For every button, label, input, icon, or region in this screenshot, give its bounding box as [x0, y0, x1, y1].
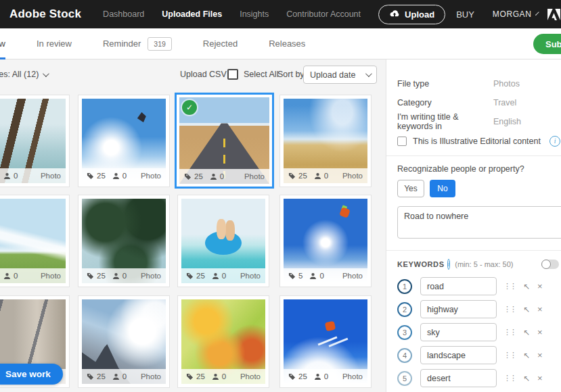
editorial-checkbox[interactable] [397, 137, 407, 146]
move-to-top-icon[interactable]: ↖ [523, 282, 530, 291]
keyword-number-badge: 3 [397, 325, 412, 340]
people-count: 0 [122, 372, 127, 381]
thumbnail-card[interactable]: 25 0 Photo [279, 95, 372, 187]
grid-toolbar: File types: All (12) Upload CSV Select A… [0, 59, 386, 89]
select-all-checkbox[interactable] [227, 69, 238, 80]
thumbnail-meta: 5 0 Photo [284, 268, 367, 283]
nav-dashboard[interactable]: Dashboard [103, 9, 144, 19]
people-count: 0 [14, 172, 18, 180]
keyword-input[interactable] [420, 369, 497, 387]
selected-check-icon: ✓ [182, 100, 197, 115]
yes-no-group: Yes No [397, 180, 561, 197]
thumbnail-card[interactable]: 25 0 Photo [78, 95, 170, 187]
field-value: Travel [493, 98, 516, 107]
field-label: File type [397, 79, 493, 89]
people-count: 0 [222, 272, 226, 280]
thumbnail-card[interactable]: 25 0 Photo [279, 295, 372, 388]
thumbnail-card[interactable]: 0 Photo [0, 195, 70, 287]
buy-link[interactable]: BUY [456, 9, 474, 20]
select-all-control[interactable]: Select All [227, 69, 278, 80]
people-icon [3, 272, 11, 280]
keyword-input[interactable] [420, 277, 497, 295]
tab-rejected[interactable]: Rejected [203, 28, 238, 59]
keyword-row: 5 ⋮⋮ ↖ × [397, 369, 561, 387]
remove-keyword-icon[interactable]: × [537, 373, 543, 383]
asset-type-label: Photo [141, 272, 161, 280]
info-icon[interactable]: i [447, 259, 451, 270]
thumbnail-card[interactable]: 5 0 Photo [279, 195, 372, 287]
toggle-switch[interactable] [541, 260, 559, 269]
nav-contributor-account[interactable]: Contributor Account [286, 9, 361, 19]
chevron-down-icon [365, 70, 372, 77]
people-icon [309, 272, 317, 280]
nav-insights[interactable]: Insights [240, 9, 269, 19]
tag-icon [87, 272, 94, 280]
people-count: 0 [324, 372, 328, 381]
section-divider [386, 250, 561, 251]
chevron-down-icon[interactable] [536, 11, 540, 16]
tab-releases[interactable]: Releases [269, 28, 305, 59]
remove-keyword-icon[interactable]: × [537, 350, 543, 360]
tab-in-review[interactable]: In review [37, 28, 72, 59]
tab-reminder[interactable]: Reminder 319 [103, 28, 172, 59]
people-icon [112, 373, 120, 381]
tag-icon [186, 272, 194, 280]
move-to-top-icon[interactable]: ↖ [523, 351, 530, 360]
upload-csv-link[interactable]: Upload CSV [180, 70, 227, 79]
people-count: 0 [220, 172, 224, 180]
thumbnail-card[interactable]: 25 0 Photo [78, 195, 170, 287]
tab-to-review[interactable]: To review [0, 28, 5, 59]
reminder-count-badge: 319 [148, 37, 172, 51]
thumbnail-card-selected[interactable]: ✓ 25 0 Photo [175, 93, 274, 189]
keyword-row: 2 ⋮⋮ ↖ × [397, 300, 561, 318]
no-button[interactable]: No [430, 180, 455, 197]
tag-icon [184, 173, 192, 180]
drag-handle-icon[interactable]: ⋮⋮ [503, 351, 516, 360]
drag-handle-icon[interactable]: ⋮⋮ [503, 374, 516, 383]
asset-type-label: Photo [342, 372, 363, 381]
info-icon[interactable]: i [549, 136, 560, 147]
keyword-number-badge: 4 [397, 348, 412, 363]
keyword-number-badge: 1 [397, 279, 412, 294]
thumbnail-card[interactable]: 25 0 Photo [78, 295, 170, 388]
people-icon [212, 373, 219, 381]
keyword-row: 3 ⋮⋮ ↖ × [397, 323, 561, 341]
keyword-actions: ⋮⋮ ↖ × [503, 373, 543, 383]
keyword-input[interactable] [420, 346, 497, 364]
username-label[interactable]: MORGAN [493, 9, 532, 19]
remove-keyword-icon[interactable]: × [537, 281, 543, 291]
tag-count: 25 [97, 272, 106, 280]
field-language[interactable]: I'm writing title & keywords in English [397, 112, 561, 131]
editorial-label: This is Illustrative Editorial content [413, 137, 541, 146]
field-category[interactable]: Category Travel [397, 93, 561, 112]
paste-keywords-toggle[interactable]: Paste Keywords [541, 260, 561, 269]
title-input[interactable]: Road to nowhere [397, 206, 561, 239]
move-to-top-icon[interactable]: ↖ [523, 305, 530, 314]
field-value: Photos [493, 79, 520, 89]
move-to-top-icon[interactable]: ↖ [523, 374, 530, 383]
adobe-logo-icon [547, 9, 560, 20]
nav-uploaded-files[interactable]: Uploaded Files [162, 9, 222, 19]
yes-button[interactable]: Yes [397, 180, 424, 197]
thumbnail-meta: 25 0 Photo [82, 268, 166, 283]
field-file-type[interactable]: File type Photos [397, 74, 561, 93]
keyword-input[interactable] [420, 323, 497, 341]
remove-keyword-icon[interactable]: × [537, 327, 543, 337]
move-to-top-icon[interactable]: ↖ [523, 328, 530, 337]
upload-button[interactable]: Upload [378, 5, 445, 24]
sort-dropdown[interactable]: Upload date [303, 66, 377, 84]
thumbnail-meta: 25 0 Photo [179, 169, 269, 184]
file-types-filter[interactable]: File types: All (12) [0, 70, 47, 79]
thumbnail-card[interactable]: 25 0 Photo [177, 295, 269, 388]
thumbnail-card[interactable]: 25 0 Photo [177, 195, 269, 287]
drag-handle-icon[interactable]: ⋮⋮ [503, 328, 516, 337]
drag-handle-icon[interactable]: ⋮⋮ [503, 305, 516, 314]
people-count: 0 [122, 172, 127, 180]
people-count: 0 [222, 372, 226, 381]
remove-keyword-icon[interactable]: × [537, 304, 543, 314]
keyword-input[interactable] [420, 300, 497, 318]
submit-button[interactable]: Submit [533, 34, 561, 54]
drag-handle-icon[interactable]: ⋮⋮ [503, 282, 516, 291]
save-work-button[interactable]: Save work [0, 364, 63, 385]
thumbnail-card[interactable]: 0 Photo [0, 95, 70, 187]
